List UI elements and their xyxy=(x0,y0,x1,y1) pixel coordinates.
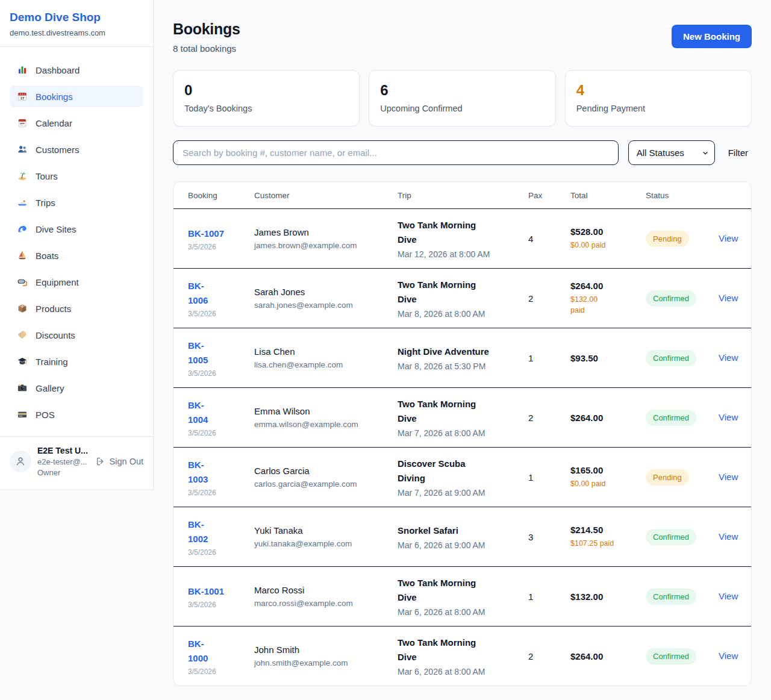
sidebar-item-pos[interactable]: POS xyxy=(10,404,143,425)
sidebar-nav: Dashboard 17 Bookings Calendar Customers xyxy=(0,47,153,436)
sidebar-item-customers[interactable]: Customers xyxy=(10,139,143,160)
booking-link[interactable]: BK-1004 xyxy=(188,398,223,427)
view-link[interactable]: View xyxy=(719,412,738,422)
total-amount: $214.50 xyxy=(570,525,637,535)
status-cell: Confirmed xyxy=(646,529,719,545)
trip-name: Night Dive Adventure xyxy=(398,345,491,359)
pax-value: 2 xyxy=(528,651,570,661)
sidebar-item-products[interactable]: Products xyxy=(10,298,143,319)
stat-card-pending-payment: 4 Pending Payment xyxy=(565,70,752,127)
view-link[interactable]: View xyxy=(719,591,738,601)
status-badge: Pending xyxy=(646,231,689,247)
stat-value: 6 xyxy=(380,82,544,99)
booking-cell: BK-1002 3/5/2026 xyxy=(188,517,254,557)
svg-text:17: 17 xyxy=(20,96,25,100)
sign-out-button[interactable]: Sign Out xyxy=(96,457,143,466)
pax-value: 3 xyxy=(528,532,570,542)
stat-value: 0 xyxy=(184,82,348,99)
sidebar-item-calendar[interactable]: Calendar xyxy=(10,112,143,134)
status-badge: Confirmed xyxy=(646,350,696,366)
filter-row: All Statuses Filter xyxy=(173,140,752,165)
trip-name: Two Tank Morning Dive xyxy=(398,218,491,247)
customer-cell: Carlos Garcia carlos.garcia@example.com xyxy=(254,466,398,489)
customer-name: Carlos Garcia xyxy=(254,466,389,476)
total-amount: $264.00 xyxy=(570,281,637,291)
stat-value: 4 xyxy=(576,82,740,99)
sidebar-item-equipment[interactable]: Equipment xyxy=(10,271,143,293)
booking-link[interactable]: BK-1006 xyxy=(188,279,223,308)
search-input[interactable] xyxy=(173,140,619,165)
wave-icon xyxy=(17,223,28,234)
booking-link[interactable]: BK-1001 xyxy=(188,584,224,599)
brand: Demo Dive Shop demo.test.divestreams.com xyxy=(0,0,153,47)
customer-cell: John Smith john.smith@example.com xyxy=(254,645,398,667)
sidebar-item-bookings[interactable]: 17 Bookings xyxy=(10,86,143,107)
total-cell: $93.50 xyxy=(570,353,646,363)
status-cell: Confirmed xyxy=(646,648,719,664)
booking-link[interactable]: BK-1005 xyxy=(188,339,223,367)
view-link[interactable]: View xyxy=(719,531,738,542)
sidebar-item-gallery[interactable]: Gallery xyxy=(10,377,143,399)
booking-date: 3/5/2026 xyxy=(188,310,246,318)
column-header-trip: Trip xyxy=(398,191,528,200)
user-name: E2E Test U... xyxy=(37,446,90,455)
view-link[interactable]: View xyxy=(719,352,738,363)
sidebar-item-boats[interactable]: Boats xyxy=(10,245,143,266)
booking-cell: BK-1001 3/5/2026 xyxy=(188,584,254,609)
trip-cell: Night Dive Adventure Mar 8, 2026 at 5:30… xyxy=(398,345,528,371)
dive-mask-icon xyxy=(17,277,28,287)
brand-domain: demo.test.divestreams.com xyxy=(10,28,143,37)
total-cell: $132.00 xyxy=(570,592,646,602)
column-header-pax: Pax xyxy=(528,191,570,200)
sidebar-item-label: Calendar xyxy=(36,118,72,128)
pax-value: 1 xyxy=(528,592,570,602)
status-cell: Confirmed xyxy=(646,410,719,426)
calendar-date-icon: 17 xyxy=(17,91,28,102)
total-amount: $264.00 xyxy=(570,651,637,661)
status-select[interactable]: All Statuses xyxy=(628,140,715,165)
customer-email: emma.wilson@example.com xyxy=(254,420,389,429)
view-link[interactable]: View xyxy=(719,651,738,661)
total-cell: $264.00 $132.00 paid xyxy=(570,281,646,316)
calendar-icon xyxy=(17,117,28,128)
table-row: BK-1006 3/5/2026 Sarah Jones sarah.jones… xyxy=(173,268,751,328)
status-cell: Pending xyxy=(646,231,719,247)
booking-cell: BK-1005 3/5/2026 xyxy=(188,339,254,378)
paid-amount: $132.00 paid xyxy=(570,294,601,316)
actions-cell: View xyxy=(719,352,737,363)
column-header-status: Status xyxy=(646,191,719,200)
customer-name: Marco Rossi xyxy=(254,585,389,595)
booking-date: 3/5/2026 xyxy=(188,667,246,676)
sidebar-item-training[interactable]: Training xyxy=(10,351,143,372)
sidebar-footer: E2E Test U... e2e-tester@... Owner Sign … xyxy=(0,436,153,489)
booking-cell: BK-1006 3/5/2026 xyxy=(188,279,254,318)
booking-link[interactable]: BK-1002 xyxy=(188,517,223,546)
customer-name: James Brown xyxy=(254,227,389,237)
view-link[interactable]: View xyxy=(719,472,738,482)
page-subtitle: 8 total bookings xyxy=(173,43,240,54)
sidebar-item-dashboard[interactable]: Dashboard xyxy=(10,59,143,81)
sidebar-item-dive-sites[interactable]: Dive Sites xyxy=(10,218,143,240)
camera-icon xyxy=(17,383,28,393)
customer-cell: Marco Rossi marco.rossi@example.com xyxy=(254,585,398,608)
filter-button[interactable]: Filter xyxy=(725,148,752,158)
sidebar-item-tours[interactable]: Tours xyxy=(10,165,143,187)
booking-link[interactable]: BK-1003 xyxy=(188,458,223,487)
booking-link[interactable]: BK-1007 xyxy=(188,227,224,241)
trip-datetime: Mar 8, 2026 at 8:00 AM xyxy=(398,309,520,319)
new-booking-button[interactable]: New Booking xyxy=(672,25,752,48)
sailboat-icon xyxy=(17,250,28,261)
pax-value: 4 xyxy=(528,234,570,244)
graduation-cap-icon xyxy=(17,356,28,367)
column-header-customer: Customer xyxy=(254,191,398,200)
customer-email: sarah.jones@example.com xyxy=(254,301,389,310)
sidebar-item-discounts[interactable]: Discounts xyxy=(10,324,143,346)
booking-date: 3/5/2026 xyxy=(188,243,246,251)
booking-link[interactable]: BK-1000 xyxy=(188,637,223,666)
sidebar-item-trips[interactable]: Trips xyxy=(10,192,143,213)
trip-datetime: Mar 6, 2026 at 9:00 AM xyxy=(398,540,520,550)
customer-cell: Sarah Jones sarah.jones@example.com xyxy=(254,287,398,310)
view-link[interactable]: View xyxy=(719,293,738,303)
view-link[interactable]: View xyxy=(719,233,738,243)
sign-out-label: Sign Out xyxy=(110,457,143,466)
